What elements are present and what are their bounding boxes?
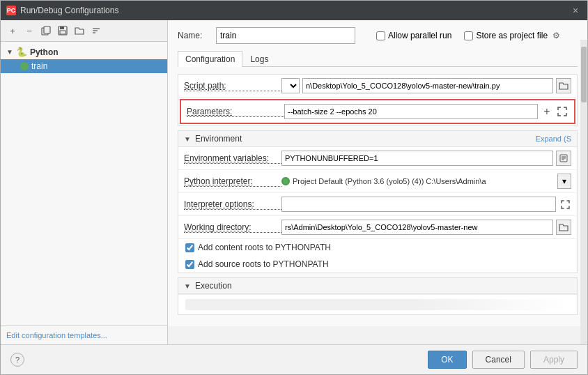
python-icon: 🐍	[16, 47, 27, 57]
env-vars-value-container	[281, 151, 571, 166]
env-vars-row: Environment variables:	[178, 147, 577, 170]
run-debug-dialog: PC Run/Debug Configurations × + −	[0, 0, 588, 375]
parameters-input[interactable]	[284, 104, 538, 119]
remove-config-button[interactable]: −	[22, 23, 37, 38]
execution-arrow-icon: ▼	[184, 282, 191, 290]
python-interp-row: Python interpreter: Project Default (Pyt…	[178, 170, 577, 193]
add-source-roots-checkbox[interactable]	[185, 260, 194, 269]
folder-config-button[interactable]	[72, 23, 87, 38]
train-label: train	[31, 61, 47, 71]
interp-options-label: Interpreter options:	[184, 199, 281, 210]
parameters-label: Parameters:	[187, 107, 284, 117]
tab-configuration[interactable]: Configuration	[178, 51, 242, 67]
interp-options-input[interactable]	[281, 197, 556, 212]
python-group[interactable]: ▼ 🐍 Python	[1, 45, 167, 59]
interp-text: Project Default (Python 3.6 (yolo5) (4))…	[293, 177, 555, 185]
environment-section: ▼ Environment Expand (S Environment vari…	[178, 130, 578, 273]
script-path-input[interactable]	[302, 78, 553, 93]
env-vars-edit-button[interactable]	[556, 151, 571, 166]
svg-rect-4	[60, 31, 65, 34]
interp-status-icon	[281, 177, 290, 185]
parameters-value-container: +	[284, 104, 568, 119]
bottom-right: OK Cancel Apply	[428, 351, 578, 369]
title-bar: PC Run/Debug Configurations ×	[1, 1, 587, 20]
gear-icon[interactable]: ⚙	[552, 31, 560, 40]
copy-config-button[interactable]	[38, 23, 54, 38]
script-path-type-dropdown[interactable]	[281, 78, 300, 93]
add-content-roots-label: Add content roots to PYTHONPATH	[198, 243, 331, 252]
tabs: Configuration Logs	[178, 51, 578, 67]
name-row: Name: Allow parallel run Store as projec…	[178, 27, 578, 44]
add-source-roots-label: Add source roots to PYTHONPATH	[198, 259, 329, 269]
config-tree: ▼ 🐍 Python train	[1, 42, 167, 326]
env-vars-input[interactable]	[281, 151, 553, 166]
tree-arrow: ▼	[6, 48, 13, 56]
svg-rect-1	[44, 26, 50, 33]
apply-button[interactable]: Apply	[530, 351, 578, 369]
parameters-row: Parameters: +	[180, 99, 575, 124]
interp-options-expand-button[interactable]	[559, 198, 571, 211]
cancel-button[interactable]: Cancel	[472, 351, 525, 369]
execution-section: ▼ Execution	[178, 277, 578, 315]
working-dir-folder-button[interactable]	[556, 220, 571, 235]
dialog-title: Run/Debug Configurations	[20, 6, 565, 15]
add-content-roots-checkbox[interactable]	[185, 243, 194, 252]
save-config-button[interactable]	[55, 23, 70, 38]
execution-content	[178, 294, 577, 314]
interp-options-row: Interpreter options:	[178, 193, 577, 216]
name-label: Name:	[178, 31, 209, 40]
bottom-left: ?	[10, 353, 24, 367]
script-path-value-container	[281, 78, 571, 93]
environment-header[interactable]: ▼ Environment Expand (S	[178, 131, 577, 147]
interp-options-value-container	[281, 197, 571, 212]
working-dir-label: Working directory:	[184, 222, 281, 233]
name-input[interactable]	[216, 27, 355, 44]
working-dir-input[interactable]	[281, 220, 553, 235]
edit-templates-link[interactable]: Edit configuration templates...	[6, 331, 107, 339]
environment-label: Environment	[195, 134, 242, 144]
store-project-checkbox[interactable]	[464, 31, 473, 40]
execution-header[interactable]: ▼ Execution	[178, 278, 577, 294]
store-project-checkbox-container: Store as project file ⚙	[464, 31, 560, 40]
bottom-bar: ? OK Cancel Apply	[1, 344, 587, 374]
main-content: + − ▼ 🐍 Python	[1, 20, 587, 344]
config-section: Script path: Parameters:	[178, 74, 578, 126]
train-icon	[20, 62, 29, 70]
sort-config-button[interactable]	[88, 23, 104, 38]
working-dir-value-container	[281, 220, 571, 235]
close-button[interactable]: ×	[569, 4, 582, 17]
parameters-plus-button[interactable]: +	[541, 105, 553, 118]
script-path-label: Script path:	[184, 81, 281, 91]
python-group-label: Python	[30, 47, 59, 57]
left-toolbar: + −	[1, 20, 167, 42]
add-content-roots-row: Add content roots to PYTHONPATH	[178, 239, 577, 256]
scrollbar-thumb[interactable]	[581, 47, 587, 102]
python-interp-label: Python interpreter:	[184, 176, 281, 187]
parameters-expand-button[interactable]	[556, 105, 568, 118]
help-button[interactable]: ?	[10, 353, 24, 367]
right-scrollbar[interactable]	[580, 40, 587, 344]
working-dir-row: Working directory:	[178, 216, 577, 239]
script-path-folder-button[interactable]	[556, 78, 571, 93]
interp-dropdown-button[interactable]: ▾	[557, 174, 571, 189]
tab-logs[interactable]: Logs	[242, 51, 276, 67]
python-interp-value-container: Project Default (Python 3.6 (yolo5) (4))…	[281, 174, 571, 189]
store-project-label: Store as project file	[476, 31, 548, 40]
left-footer: Edit configuration templates...	[1, 326, 167, 344]
tree-item-train[interactable]: train	[1, 59, 167, 73]
svg-rect-3	[60, 26, 64, 29]
add-config-button[interactable]: +	[5, 23, 20, 38]
allow-parallel-label: Allow parallel run	[388, 31, 451, 40]
right-panel-wrapper: Name: Allow parallel run Store as projec…	[168, 20, 587, 344]
env-vars-label: Environment variables:	[184, 153, 281, 164]
left-panel: + − ▼ 🐍 Python	[1, 20, 168, 344]
expand-label[interactable]: Expand (S	[536, 135, 571, 143]
allow-parallel-checkbox-container: Allow parallel run	[376, 31, 451, 40]
execution-label: Execution	[195, 281, 232, 291]
allow-parallel-checkbox[interactable]	[376, 31, 385, 40]
ok-button[interactable]: OK	[428, 351, 466, 369]
app-icon: PC	[6, 6, 16, 15]
right-panel: Name: Allow parallel run Store as projec…	[168, 20, 587, 326]
execution-placeholder	[185, 299, 570, 310]
script-path-row: Script path:	[178, 75, 577, 98]
